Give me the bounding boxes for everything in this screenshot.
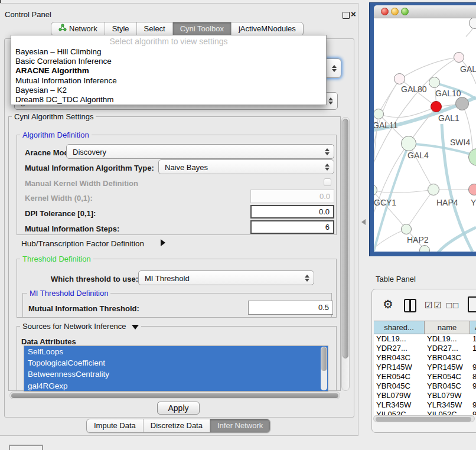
- node-label: GAL1: [438, 113, 459, 123]
- tab-discretize-data[interactable]: Discretize Data: [143, 419, 210, 432]
- tab-style[interactable]: Style: [105, 22, 136, 35]
- hub-definition-label: Hub/Transcription Factor Definition: [21, 239, 144, 248]
- network-node-gal-partial[interactable]: [454, 52, 464, 63]
- aracne-mode-value: Discovery: [73, 145, 106, 159]
- kernel-width-field[interactable]: 0.0: [250, 190, 334, 203]
- settings-hscrollbar-thumb[interactable]: [11, 393, 338, 398]
- mi-steps-label: Mutual Information Steps:: [25, 224, 119, 233]
- node-label: GAL: [460, 64, 476, 74]
- node-label: GCY1: [374, 198, 396, 207]
- which-threshold-select[interactable]: MI Threshold: [138, 270, 314, 285]
- network-node-gal4[interactable]: [401, 136, 416, 151]
- settings-scrollbar[interactable]: [341, 117, 350, 391]
- attribute-item[interactable]: TopologicalCoefficient: [24, 357, 328, 369]
- table-row[interactable]: YBR045CYBR045C9.: [374, 381, 476, 391]
- settings-hscrollbar[interactable]: [9, 392, 340, 399]
- mi-algorithm-type-value: Naive Bayes: [165, 160, 208, 175]
- minimize-window-icon[interactable]: [391, 8, 399, 15]
- dropdown-item[interactable]: Bayesian – K2: [11, 86, 326, 95]
- column-header-shared[interactable]: shared...: [374, 321, 425, 334]
- which-threshold-label: Which threshold to use:: [51, 275, 138, 283]
- table-row[interactable]: YPR145WYPR145W9.: [374, 363, 476, 372]
- collapse-arrow-icon[interactable]: [132, 325, 139, 330]
- table-row[interactable]: YLR345WYLR345W9.: [374, 400, 476, 410]
- panel-divider-grip[interactable]: [361, 219, 366, 225]
- settings-scrollbar-thumb[interactable]: [343, 119, 348, 358]
- apply-button[interactable]: Apply: [157, 402, 200, 415]
- tab-network[interactable]: Network: [51, 22, 105, 35]
- mi-threshold-label: Mutual Information Threshold:: [28, 304, 139, 313]
- mi-steps-field[interactable]: 6: [250, 220, 334, 234]
- dpi-tolerance-field[interactable]: 0.0: [250, 205, 334, 219]
- network-node-hap2[interactable]: [401, 224, 412, 234]
- table-row[interactable]: YER054CYER054C8.: [374, 372, 476, 381]
- threshold-definition-title: Threshold Definition: [20, 255, 93, 263]
- tab-impute-data[interactable]: Impute Data: [87, 419, 143, 432]
- expand-arrow-icon[interactable]: [161, 239, 165, 246]
- node-label: GAL11: [374, 120, 398, 130]
- column-header-name[interactable]: name: [425, 321, 470, 334]
- tab-cyni-toolbox[interactable]: Cyni Toolbox: [172, 22, 231, 35]
- network-graph-icon: [58, 22, 67, 35]
- dropdown-item[interactable]: Bayesian – Hill Climbing: [11, 47, 326, 57]
- checked-columns-icon[interactable]: ☑☑: [425, 300, 443, 311]
- dropdown-item-selected[interactable]: ARACNE Algorithm: [11, 66, 326, 76]
- attribute-item[interactable]: BetweennessCentrality: [24, 369, 328, 380]
- algorithm-dropdown-popup: Select algorithm to view settings Bayesi…: [11, 35, 327, 105]
- control-panel-tabbar: Network Style Select Cyni Toolbox jActiv…: [51, 22, 304, 36]
- table-row[interactable]: YDR27...YDR27...12: [374, 344, 476, 353]
- split-columns-icon[interactable]: [404, 299, 416, 312]
- aracne-mode-select[interactable]: Discovery: [66, 144, 334, 159]
- unchecked-columns-icon[interactable]: □□: [446, 300, 459, 310]
- dropdown-item[interactable]: Mutual Information Inference: [11, 76, 326, 86]
- clipped-tool-icon: [9, 445, 43, 450]
- attributes-scrollbar-thumb[interactable]: [321, 347, 327, 371]
- mi-algorithm-type-select[interactable]: Naive Bayes: [158, 159, 334, 174]
- dropdown-item[interactable]: Dream8 DC_TDC Algorithm: [11, 95, 326, 105]
- dropdown-placeholder: Select algorithm to view settings: [11, 35, 326, 47]
- manual-kernel-width-checkbox[interactable]: [324, 178, 331, 186]
- tab-select[interactable]: Select: [136, 22, 172, 35]
- attribute-item[interactable]: SelfLoops: [24, 346, 328, 357]
- network-node-gal10[interactable]: [429, 77, 440, 88]
- algorithm-definition-title: Algorithm Definition: [20, 131, 92, 139]
- zoom-window-icon[interactable]: [401, 8, 409, 15]
- network-node-gal80[interactable]: [394, 73, 405, 84]
- table-row[interactable]: YBR043CYBR043C: [374, 353, 476, 363]
- node-label: Y: [471, 198, 476, 207]
- mi-threshold-field[interactable]: 0.5: [248, 301, 333, 315]
- which-threshold-value: MI Threshold: [145, 271, 190, 286]
- attribute-item[interactable]: gal4RGexp: [24, 380, 328, 392]
- table-row[interactable]: YBL079WYBL079W: [374, 391, 476, 400]
- network-node-hap4[interactable]: [428, 184, 439, 195]
- network-node-gal1[interactable]: [431, 101, 442, 112]
- table-row[interactable]: YDL19...YDL19...13: [374, 334, 476, 344]
- tab-infer-network[interactable]: Infer Network: [210, 419, 270, 432]
- document-icon[interactable]: [468, 296, 476, 312]
- node-label: GAL80: [401, 84, 427, 94]
- data-attributes-list[interactable]: SelfLoops TopologicalCoefficient Between…: [24, 345, 328, 392]
- network-node-gray[interactable]: [455, 97, 469, 110]
- mi-threshold-group-title: MI Threshold Definition: [27, 289, 110, 298]
- network-canvas[interactable]: GAL GAL80 GAL10 GAL1 GAL11 GAL4 SWI4 GCY…: [374, 18, 476, 252]
- dropdown-item[interactable]: Basic Correlation Inference: [11, 57, 326, 66]
- close-window-icon[interactable]: [381, 8, 389, 15]
- gear-icon[interactable]: ⚙: [383, 297, 393, 311]
- network-window-titlebar[interactable]: [374, 5, 476, 18]
- node-label: HAP4: [436, 198, 458, 207]
- screen: { "control_panel": { "title": "Control P…: [0, 0, 476, 450]
- float-window-icon[interactable]: [343, 12, 350, 19]
- attributes-scrollbar[interactable]: [321, 347, 327, 390]
- mi-algorithm-type-label: Mutual Information Algorithm Type:: [25, 164, 154, 172]
- column-header-partial[interactable]: A: [470, 321, 476, 334]
- close-icon[interactable]: ×: [351, 9, 356, 19]
- stepper-icon: [324, 164, 330, 171]
- network-node[interactable]: [419, 245, 430, 252]
- table-hscrollbar[interactable]: [373, 415, 475, 422]
- table-row[interactable]: YIL052CYIL052C9.: [374, 410, 476, 415]
- node-table[interactable]: YDL19...YDL19...13 YDR27...YDR27...12 YB…: [374, 334, 476, 415]
- network-node-y-partial[interactable]: [468, 184, 476, 195]
- tab-network-label: Network: [69, 22, 97, 35]
- table-hscrollbar-thumb[interactable]: [376, 417, 471, 422]
- tab-jactivemnodules[interactable]: jActiveMNodules: [231, 22, 303, 35]
